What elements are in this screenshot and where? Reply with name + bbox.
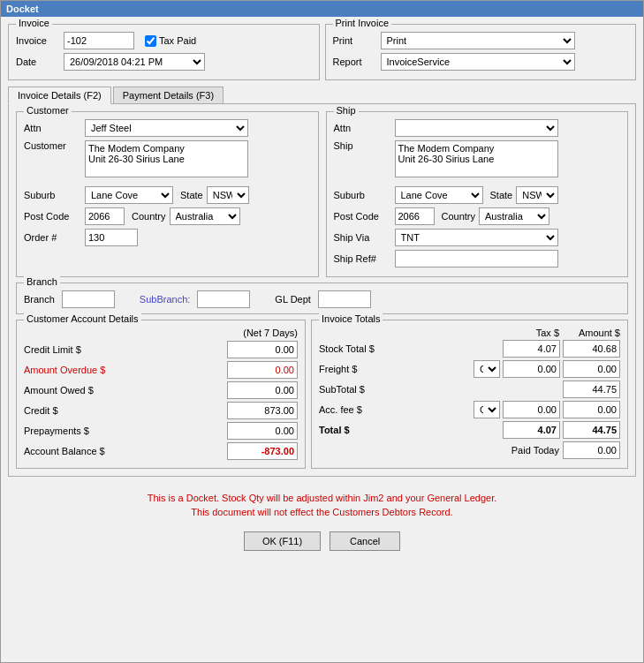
- report-select[interactable]: InvoiceService: [381, 53, 575, 71]
- cust-customer-label: Customer: [24, 140, 81, 151]
- ship-country-select[interactable]: Australia: [479, 207, 549, 225]
- cust-postcode-label: Post Code: [24, 211, 81, 222]
- freight-amount-input[interactable]: [563, 360, 620, 378]
- ship-section: Ship Attn Ship The Modem Company Unit 26…: [326, 111, 629, 277]
- acc-fee-g-select[interactable]: G: [474, 401, 500, 418]
- ship-ref-input[interactable]: [395, 250, 558, 267]
- credit-limit-label: Credit Limit $: [24, 344, 81, 355]
- total-label: Total $: [319, 425, 390, 435]
- ship-ship-label: Ship: [334, 140, 391, 151]
- branch-section: Branch Branch SubBranch: GL Dept: [16, 283, 628, 314]
- button-row: OK (F11) Cancel: [8, 531, 636, 551]
- cancel-button[interactable]: Cancel: [330, 531, 400, 551]
- tab-bar: Invoice Details (F2) Payment Details (F3…: [8, 86, 636, 103]
- invoice-label: Invoice: [16, 35, 60, 46]
- ship-postcode-label: Post Code: [334, 211, 391, 222]
- tab-invoice-details[interactable]: Invoice Details (F2): [8, 87, 111, 104]
- acc-fee-amount-input[interactable]: [563, 401, 620, 418]
- cust-country-label: Country: [132, 211, 166, 222]
- notice-line1: This is a Docket. Stock Qty will be adju…: [8, 493, 636, 503]
- main-window: Docket Invoice Invoice Tax Paid Date 26/…: [0, 0, 644, 663]
- credit-label: Credit $: [24, 405, 58, 416]
- ship-section-title: Ship: [334, 105, 359, 116]
- freight-label: Freight $: [319, 364, 390, 374]
- account-details-section: Customer Account Details (Net 7 Days) Cr…: [16, 320, 306, 469]
- print-invoice-title: Print Invoice: [333, 18, 392, 28]
- gl-dept-input[interactable]: [318, 290, 371, 308]
- freight-tax-input[interactable]: [503, 360, 560, 378]
- subbranch-label: SubBranch:: [140, 294, 190, 305]
- cust-address-textarea[interactable]: The Modem Company Unit 26-30 Sirius Lane: [85, 140, 248, 177]
- title-bar: Docket: [1, 1, 643, 17]
- branch-section-title: Branch: [24, 276, 60, 287]
- cust-postcode-input[interactable]: [85, 207, 125, 225]
- stock-total-tax-input: [503, 340, 560, 358]
- paid-today-label: Paid Today: [319, 445, 559, 456]
- prepayments-label: Prepayments $: [24, 426, 89, 436]
- gl-dept-label: GL Dept: [275, 294, 311, 305]
- notice-line2: This document will not effect the Custom…: [8, 507, 636, 517]
- cust-suburb-select[interactable]: Lane Cove: [85, 186, 173, 204]
- account-balance-label: Account Balance $: [24, 446, 105, 456]
- ship-state-select[interactable]: NSW: [516, 186, 558, 204]
- ship-via-label: Ship Via: [334, 232, 391, 243]
- tab-content: Customer Attn Jeff Steel Customer The Mo…: [8, 103, 636, 477]
- credit-limit-input: [227, 341, 298, 358]
- ship-address-textarea[interactable]: The Modem Company Unit 26-30 Sirius Lane: [395, 140, 558, 177]
- stock-total-amount-input: [563, 340, 620, 358]
- print-label: Print: [333, 35, 377, 46]
- ship-via-select[interactable]: TNT: [395, 229, 558, 246]
- cust-country-select[interactable]: Australia: [170, 207, 240, 225]
- cust-order-input[interactable]: [85, 229, 138, 246]
- invoice-totals-section: Invoice Totals Tax $ Amount $ Stock Tota…: [311, 320, 628, 469]
- ship-country-label: Country: [442, 211, 476, 222]
- amount-owed-input: [227, 381, 298, 399]
- print-invoice-group: Print Invoice Print Print Report Invoice…: [325, 24, 637, 80]
- branch-input[interactable]: [62, 290, 115, 308]
- branch-label: Branch: [24, 294, 55, 305]
- tax-paid-checkbox[interactable]: [145, 35, 156, 47]
- tab-payment-details[interactable]: Payment Details (F3): [113, 87, 224, 104]
- paid-today-input: [563, 441, 620, 459]
- report-label: Report: [333, 57, 377, 67]
- stock-total-label: Stock Total $: [319, 343, 390, 354]
- total-amount-input: [563, 421, 620, 439]
- subbranch-input[interactable]: [197, 290, 250, 308]
- account-balance-input: [227, 442, 298, 460]
- prepayments-input: [227, 422, 298, 440]
- subtotal-label: SubTotal $: [319, 384, 390, 395]
- cust-state-select[interactable]: NSW: [207, 186, 249, 204]
- cust-attn-label: Attn: [24, 123, 81, 133]
- invoice-totals-title: Invoice Totals: [319, 313, 383, 324]
- customer-section-title: Customer: [24, 105, 72, 116]
- ship-state-label: State: [490, 190, 513, 200]
- total-tax-input: [503, 421, 560, 439]
- print-select[interactable]: Print: [381, 32, 575, 49]
- invoice-number-input[interactable]: [64, 32, 134, 49]
- ship-attn-label: Attn: [334, 123, 391, 133]
- date-label: Date: [16, 57, 60, 67]
- freight-g-select[interactable]: G: [474, 360, 500, 378]
- date-select[interactable]: 26/09/2018 04:21 PM: [64, 53, 205, 71]
- ship-ref-label: Ship Ref#: [334, 253, 391, 264]
- invoice-group: Invoice Invoice Tax Paid Date 26/09/2018…: [8, 24, 320, 80]
- cust-attn-select[interactable]: Jeff Steel: [85, 119, 248, 137]
- ok-button[interactable]: OK (F11): [244, 531, 321, 551]
- invoice-group-title: Invoice: [16, 18, 52, 28]
- acc-fee-tax-input[interactable]: [503, 401, 560, 418]
- net-days-label: (Net 7 Days): [24, 328, 298, 338]
- amount-overdue-label: Amount Overdue $: [24, 365, 105, 375]
- amount-overdue-input: [227, 361, 298, 379]
- ship-attn-select[interactable]: [395, 119, 558, 137]
- ship-suburb-select[interactable]: Lane Cove: [395, 186, 483, 204]
- account-details-title: Customer Account Details: [24, 313, 141, 324]
- subtotal-amount-input: [563, 380, 620, 398]
- customer-section: Customer Attn Jeff Steel Customer The Mo…: [16, 111, 319, 277]
- amount-owed-label: Amount Owed $: [24, 385, 94, 396]
- tax-header: Tax $: [502, 328, 559, 338]
- window-title: Docket: [6, 4, 39, 14]
- ship-postcode-input[interactable]: [395, 207, 435, 225]
- cust-order-label: Order #: [24, 232, 81, 243]
- cust-state-label: State: [180, 190, 203, 200]
- ship-suburb-label: Suburb: [334, 190, 391, 200]
